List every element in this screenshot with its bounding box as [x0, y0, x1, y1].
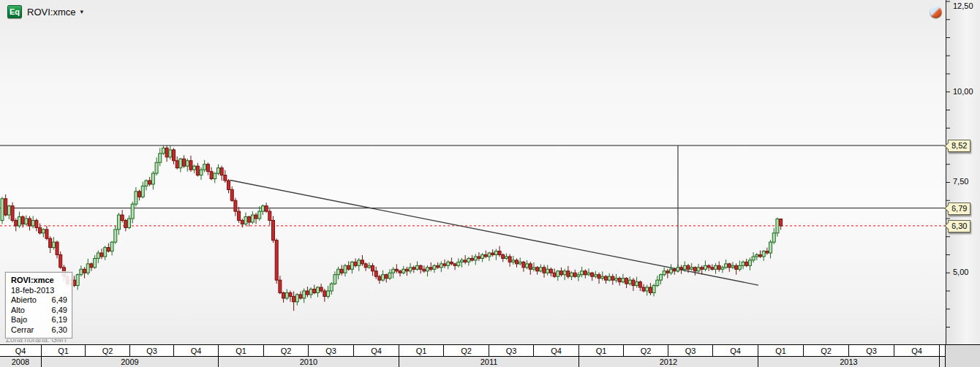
candle[interactable]	[570, 271, 573, 280]
candle[interactable]	[176, 156, 178, 170]
candle[interactable]	[731, 262, 734, 269]
candle[interactable]	[419, 265, 422, 273]
candle[interactable]	[762, 250, 765, 261]
candle[interactable]	[128, 216, 131, 230]
candle[interactable]	[543, 265, 546, 277]
candle[interactable]	[29, 216, 31, 231]
candle[interactable]	[715, 263, 717, 274]
candle[interactable]	[707, 264, 710, 270]
candle[interactable]	[488, 252, 491, 261]
candle[interactable]	[114, 226, 117, 244]
candle[interactable]	[494, 249, 497, 260]
candle[interactable]	[189, 156, 192, 172]
candlestick-chart[interactable]	[0, 0, 980, 367]
candle[interactable]	[758, 251, 761, 258]
candle[interactable]	[272, 216, 275, 243]
candle[interactable]	[59, 251, 62, 269]
candle[interactable]	[766, 248, 769, 255]
candle[interactable]	[725, 260, 728, 269]
candle[interactable]	[107, 243, 110, 253]
candle[interactable]	[748, 257, 751, 270]
candle[interactable]	[138, 189, 141, 200]
candle[interactable]	[628, 276, 631, 285]
candle[interactable]	[584, 269, 587, 278]
candle[interactable]	[649, 283, 652, 295]
candle[interactable]	[587, 268, 590, 276]
candle[interactable]	[39, 223, 42, 234]
candle[interactable]	[227, 179, 230, 193]
candle[interactable]	[45, 226, 48, 241]
candle[interactable]	[241, 219, 244, 227]
candle[interactable]	[196, 163, 199, 177]
candle[interactable]	[676, 264, 679, 272]
candle[interactable]	[433, 264, 436, 273]
candle[interactable]	[546, 265, 549, 275]
candle[interactable]	[268, 209, 271, 225]
candle[interactable]	[83, 267, 86, 278]
candle[interactable]	[395, 264, 398, 273]
candle[interactable]	[15, 218, 18, 231]
candle[interactable]	[512, 256, 515, 265]
candle[interactable]	[303, 289, 306, 303]
candle[interactable]	[368, 262, 371, 269]
candle[interactable]	[11, 203, 14, 222]
candle[interactable]	[392, 267, 395, 278]
candle[interactable]	[666, 269, 669, 279]
candle[interactable]	[742, 260, 745, 269]
candle[interactable]	[261, 205, 264, 215]
candle[interactable]	[573, 270, 576, 278]
candle[interactable]	[162, 145, 165, 155]
candle[interactable]	[206, 162, 209, 175]
candle[interactable]	[361, 255, 363, 266]
candle[interactable]	[42, 228, 45, 237]
candle[interactable]	[327, 286, 330, 298]
candle[interactable]	[255, 213, 257, 224]
candle[interactable]	[309, 287, 312, 298]
candle[interactable]	[388, 269, 391, 280]
candle[interactable]	[453, 262, 456, 270]
candle[interactable]	[704, 260, 706, 271]
candle[interactable]	[536, 266, 539, 275]
candle[interactable]	[141, 182, 144, 199]
candle[interactable]	[316, 287, 319, 298]
candle[interactable]	[539, 264, 542, 272]
candle[interactable]	[234, 198, 237, 216]
candle[interactable]	[117, 213, 120, 235]
candle[interactable]	[567, 266, 570, 279]
candle[interactable]	[358, 258, 361, 271]
candle[interactable]	[611, 274, 614, 285]
candle[interactable]	[90, 262, 93, 271]
candle[interactable]	[440, 261, 442, 272]
candle[interactable]	[776, 218, 779, 237]
candle[interactable]	[498, 246, 501, 257]
candle[interactable]	[110, 241, 113, 256]
candle[interactable]	[183, 155, 186, 167]
candle[interactable]	[289, 290, 292, 301]
candle[interactable]	[121, 210, 124, 222]
candle[interactable]	[344, 264, 347, 276]
candle[interactable]	[1, 197, 4, 224]
candle[interactable]	[721, 265, 724, 273]
candle[interactable]	[646, 285, 649, 296]
candle[interactable]	[636, 277, 638, 288]
candle[interactable]	[282, 292, 285, 303]
candle[interactable]	[238, 207, 241, 223]
chevron-down-icon[interactable]: ▾	[80, 8, 83, 15]
candle[interactable]	[663, 268, 666, 276]
candle[interactable]	[549, 268, 552, 276]
candle[interactable]	[717, 261, 720, 271]
candle[interactable]	[652, 284, 655, 296]
candle[interactable]	[4, 194, 7, 216]
candle[interactable]	[94, 255, 97, 269]
candle[interactable]	[179, 158, 182, 173]
candle[interactable]	[306, 287, 309, 297]
candle[interactable]	[224, 170, 227, 183]
candle[interactable]	[618, 276, 621, 285]
candle[interactable]	[559, 268, 562, 276]
candle[interactable]	[31, 216, 34, 229]
candle[interactable]	[35, 219, 38, 231]
candle[interactable]	[100, 249, 103, 259]
candle[interactable]	[382, 270, 385, 281]
candle[interactable]	[598, 273, 600, 284]
candle[interactable]	[638, 281, 641, 291]
